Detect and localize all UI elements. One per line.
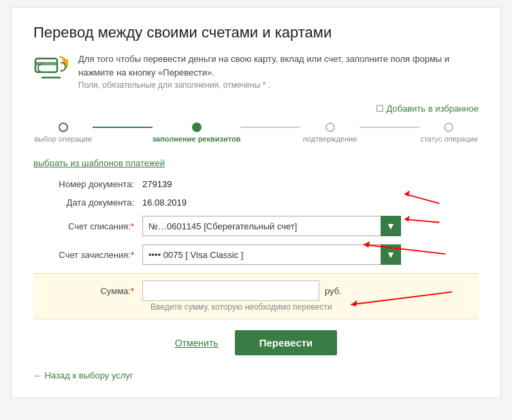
credit-required: * — [131, 250, 134, 260]
debit-select-wrapper: №…0601145 [Сберегательный счет] ▼ — [142, 216, 401, 236]
step-4: статус операции — [419, 123, 479, 143]
debit-row: Счет списания:* №…0601145 [Сберегательны… — [33, 216, 479, 236]
template-link[interactable]: выбрать из шаблонов платежей — [33, 158, 165, 168]
step-4-label: статус операции — [420, 135, 477, 143]
amount-input-wrapper: руб. — [142, 280, 342, 301]
debit-required: * — [131, 221, 134, 231]
step-3-label: подтверждение — [303, 135, 357, 143]
amount-hint: Введите сумму, которую необходимо переве… — [142, 302, 479, 312]
step-3: подтверждение — [300, 123, 359, 143]
step-1-label: выбор операции — [35, 135, 92, 143]
credit-select[interactable]: •••• 0075 [ Visa Classic ] — [142, 244, 401, 265]
doc-date-label: Дата документа: — [33, 197, 142, 208]
connector-3 — [359, 127, 419, 128]
doc-number-label: Номер документа: — [33, 179, 142, 189]
step-4-circle — [444, 123, 453, 132]
debit-label: Счет списания:* — [33, 221, 142, 231]
step-2: заполнение реквизитов — [153, 123, 241, 143]
credit-select-wrapper: •••• 0075 [ Visa Classic ] ▼ — [142, 244, 401, 265]
step-1-circle — [59, 123, 68, 132]
connector-2 — [240, 127, 300, 128]
back-link[interactable]: ← Назад к выбору услуг — [33, 370, 133, 381]
amount-section: Сумма:* руб. Введите сумму, которую необ… — [33, 273, 479, 319]
cancel-button[interactable]: Отменить — [175, 338, 219, 349]
credit-row: Счет зачисления:* •••• 0075 [ Visa Class… — [33, 244, 479, 265]
transfer-icon — [33, 52, 69, 82]
step-3-circle — [325, 123, 335, 132]
step-2-circle — [192, 123, 202, 132]
debit-select[interactable]: №…0601145 [Сберегательный счет] — [142, 216, 401, 236]
amount-label: Сумма:* — [33, 286, 142, 296]
buttons-row: Отменить Перевести — [33, 330, 479, 355]
step-1: выбор операции — [33, 123, 93, 143]
page-title: Перевод между своими счетами и картами — [33, 24, 479, 42]
amount-required: * — [131, 286, 134, 296]
add-favorites-section: ☐ Добавить в избранное — [33, 102, 479, 114]
amount-currency: руб. — [325, 286, 342, 296]
bookmark-icon: ☐ — [376, 103, 384, 114]
amount-row: Сумма:* руб. — [33, 280, 479, 301]
doc-number-row: Номер документа: 279139 — [33, 179, 479, 189]
doc-date-value: 16.08.2019 — [142, 197, 187, 208]
info-description: Для того чтобы перевести деньги на свою … — [78, 52, 479, 91]
page-container: Перевод между своими счетами и картами — [11, 7, 501, 398]
credit-label: Счет зачисления:* — [33, 250, 142, 260]
step-2-label: заполнение реквизитов — [153, 135, 241, 143]
steps-bar: выбор операции заполнение реквизитов под… — [33, 123, 479, 143]
doc-number-value: 279139 — [142, 179, 172, 189]
form: Номер документа: 279139 Дата документа: … — [33, 179, 479, 355]
submit-button[interactable]: Перевести — [235, 330, 338, 355]
amount-input[interactable] — [142, 280, 319, 301]
doc-date-row: Дата документа: 16.08.2019 — [33, 197, 479, 208]
connector-1 — [93, 127, 152, 128]
info-block: Для того чтобы перевести деньги на свою … — [33, 52, 479, 91]
add-favorites-link[interactable]: ☐ Добавить в избранное — [376, 103, 479, 114]
